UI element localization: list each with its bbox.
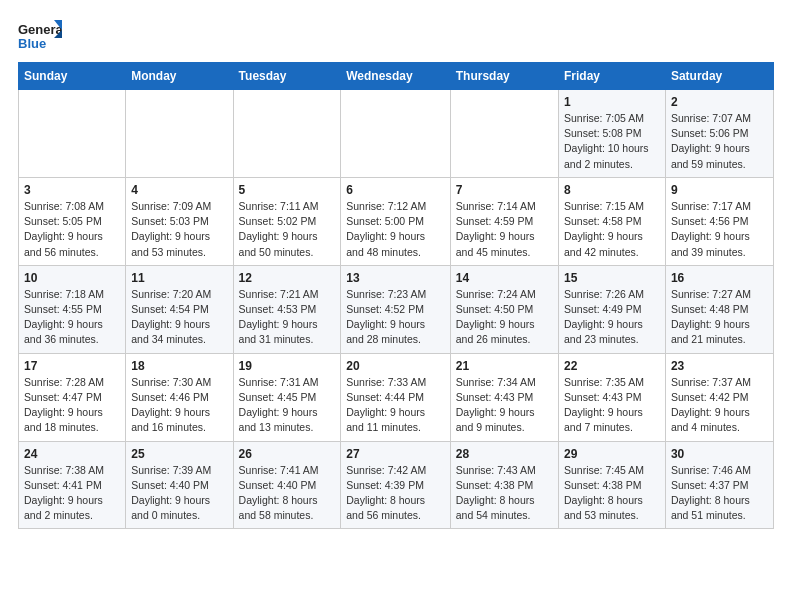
day-number: 2 [671,95,768,109]
day-cell: 24Sunrise: 7:38 AM Sunset: 4:41 PM Dayli… [19,441,126,529]
day-cell: 27Sunrise: 7:42 AM Sunset: 4:39 PM Dayli… [341,441,450,529]
day-cell: 28Sunrise: 7:43 AM Sunset: 4:38 PM Dayli… [450,441,558,529]
day-info: Sunrise: 7:37 AM Sunset: 4:42 PM Dayligh… [671,375,768,436]
day-cell: 18Sunrise: 7:30 AM Sunset: 4:46 PM Dayli… [126,353,233,441]
svg-text:Blue: Blue [18,36,46,51]
day-cell: 6Sunrise: 7:12 AM Sunset: 5:00 PM Daylig… [341,177,450,265]
day-number: 15 [564,271,660,285]
day-info: Sunrise: 7:28 AM Sunset: 4:47 PM Dayligh… [24,375,120,436]
day-info: Sunrise: 7:21 AM Sunset: 4:53 PM Dayligh… [239,287,336,348]
day-cell: 23Sunrise: 7:37 AM Sunset: 4:42 PM Dayli… [665,353,773,441]
day-cell: 29Sunrise: 7:45 AM Sunset: 4:38 PM Dayli… [558,441,665,529]
day-number: 13 [346,271,444,285]
day-info: Sunrise: 7:20 AM Sunset: 4:54 PM Dayligh… [131,287,227,348]
day-info: Sunrise: 7:17 AM Sunset: 4:56 PM Dayligh… [671,199,768,260]
day-info: Sunrise: 7:43 AM Sunset: 4:38 PM Dayligh… [456,463,553,524]
day-cell: 13Sunrise: 7:23 AM Sunset: 4:52 PM Dayli… [341,265,450,353]
day-number: 18 [131,359,227,373]
day-cell: 1Sunrise: 7:05 AM Sunset: 5:08 PM Daylig… [558,90,665,178]
day-cell: 17Sunrise: 7:28 AM Sunset: 4:47 PM Dayli… [19,353,126,441]
day-cell: 4Sunrise: 7:09 AM Sunset: 5:03 PM Daylig… [126,177,233,265]
day-number: 14 [456,271,553,285]
weekday-header-tuesday: Tuesday [233,63,341,90]
day-cell [19,90,126,178]
day-number: 3 [24,183,120,197]
day-number: 26 [239,447,336,461]
day-number: 6 [346,183,444,197]
calendar-page: General Blue SundayMondayTuesdayWednesda… [0,0,792,541]
day-number: 7 [456,183,553,197]
day-cell: 20Sunrise: 7:33 AM Sunset: 4:44 PM Dayli… [341,353,450,441]
day-info: Sunrise: 7:38 AM Sunset: 4:41 PM Dayligh… [24,463,120,524]
day-info: Sunrise: 7:18 AM Sunset: 4:55 PM Dayligh… [24,287,120,348]
day-number: 9 [671,183,768,197]
day-cell: 3Sunrise: 7:08 AM Sunset: 5:05 PM Daylig… [19,177,126,265]
day-number: 25 [131,447,227,461]
day-number: 22 [564,359,660,373]
day-cell: 12Sunrise: 7:21 AM Sunset: 4:53 PM Dayli… [233,265,341,353]
week-row-4: 24Sunrise: 7:38 AM Sunset: 4:41 PM Dayli… [19,441,774,529]
day-info: Sunrise: 7:30 AM Sunset: 4:46 PM Dayligh… [131,375,227,436]
day-info: Sunrise: 7:31 AM Sunset: 4:45 PM Dayligh… [239,375,336,436]
week-row-2: 10Sunrise: 7:18 AM Sunset: 4:55 PM Dayli… [19,265,774,353]
day-number: 30 [671,447,768,461]
day-cell: 5Sunrise: 7:11 AM Sunset: 5:02 PM Daylig… [233,177,341,265]
day-info: Sunrise: 7:35 AM Sunset: 4:43 PM Dayligh… [564,375,660,436]
day-info: Sunrise: 7:07 AM Sunset: 5:06 PM Dayligh… [671,111,768,172]
day-cell: 2Sunrise: 7:07 AM Sunset: 5:06 PM Daylig… [665,90,773,178]
day-cell: 19Sunrise: 7:31 AM Sunset: 4:45 PM Dayli… [233,353,341,441]
day-info: Sunrise: 7:45 AM Sunset: 4:38 PM Dayligh… [564,463,660,524]
week-row-3: 17Sunrise: 7:28 AM Sunset: 4:47 PM Dayli… [19,353,774,441]
header: General Blue [18,18,774,54]
day-number: 5 [239,183,336,197]
calendar-table: SundayMondayTuesdayWednesdayThursdayFrid… [18,62,774,529]
day-cell [341,90,450,178]
day-info: Sunrise: 7:39 AM Sunset: 4:40 PM Dayligh… [131,463,227,524]
day-cell: 10Sunrise: 7:18 AM Sunset: 4:55 PM Dayli… [19,265,126,353]
day-cell: 7Sunrise: 7:14 AM Sunset: 4:59 PM Daylig… [450,177,558,265]
day-info: Sunrise: 7:34 AM Sunset: 4:43 PM Dayligh… [456,375,553,436]
day-cell: 14Sunrise: 7:24 AM Sunset: 4:50 PM Dayli… [450,265,558,353]
day-cell: 8Sunrise: 7:15 AM Sunset: 4:58 PM Daylig… [558,177,665,265]
day-info: Sunrise: 7:42 AM Sunset: 4:39 PM Dayligh… [346,463,444,524]
day-number: 28 [456,447,553,461]
day-number: 21 [456,359,553,373]
day-info: Sunrise: 7:41 AM Sunset: 4:40 PM Dayligh… [239,463,336,524]
day-cell: 25Sunrise: 7:39 AM Sunset: 4:40 PM Dayli… [126,441,233,529]
day-info: Sunrise: 7:27 AM Sunset: 4:48 PM Dayligh… [671,287,768,348]
day-number: 20 [346,359,444,373]
day-number: 27 [346,447,444,461]
day-info: Sunrise: 7:26 AM Sunset: 4:49 PM Dayligh… [564,287,660,348]
day-number: 11 [131,271,227,285]
weekday-header-monday: Monday [126,63,233,90]
day-number: 4 [131,183,227,197]
weekday-header-saturday: Saturday [665,63,773,90]
calendar-body: 1Sunrise: 7:05 AM Sunset: 5:08 PM Daylig… [19,90,774,529]
weekday-header-row: SundayMondayTuesdayWednesdayThursdayFrid… [19,63,774,90]
day-number: 12 [239,271,336,285]
day-cell: 9Sunrise: 7:17 AM Sunset: 4:56 PM Daylig… [665,177,773,265]
day-number: 19 [239,359,336,373]
day-info: Sunrise: 7:11 AM Sunset: 5:02 PM Dayligh… [239,199,336,260]
day-number: 29 [564,447,660,461]
day-info: Sunrise: 7:08 AM Sunset: 5:05 PM Dayligh… [24,199,120,260]
day-info: Sunrise: 7:33 AM Sunset: 4:44 PM Dayligh… [346,375,444,436]
day-info: Sunrise: 7:46 AM Sunset: 4:37 PM Dayligh… [671,463,768,524]
day-number: 16 [671,271,768,285]
day-number: 1 [564,95,660,109]
day-number: 24 [24,447,120,461]
day-cell [450,90,558,178]
week-row-0: 1Sunrise: 7:05 AM Sunset: 5:08 PM Daylig… [19,90,774,178]
day-cell: 30Sunrise: 7:46 AM Sunset: 4:37 PM Dayli… [665,441,773,529]
day-cell: 15Sunrise: 7:26 AM Sunset: 4:49 PM Dayli… [558,265,665,353]
day-number: 23 [671,359,768,373]
weekday-header-sunday: Sunday [19,63,126,90]
day-number: 10 [24,271,120,285]
week-row-1: 3Sunrise: 7:08 AM Sunset: 5:05 PM Daylig… [19,177,774,265]
day-cell: 11Sunrise: 7:20 AM Sunset: 4:54 PM Dayli… [126,265,233,353]
day-info: Sunrise: 7:15 AM Sunset: 4:58 PM Dayligh… [564,199,660,260]
day-cell [233,90,341,178]
day-info: Sunrise: 7:24 AM Sunset: 4:50 PM Dayligh… [456,287,553,348]
day-info: Sunrise: 7:23 AM Sunset: 4:52 PM Dayligh… [346,287,444,348]
weekday-header-friday: Friday [558,63,665,90]
